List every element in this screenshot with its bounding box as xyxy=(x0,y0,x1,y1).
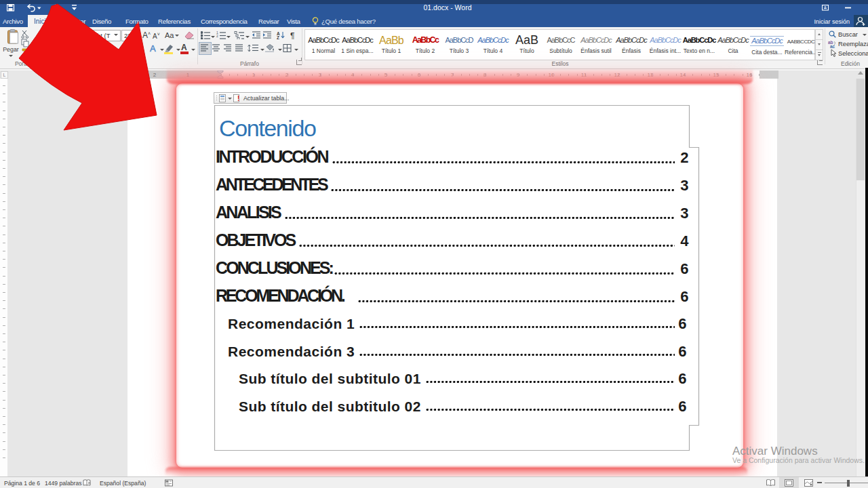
svg-text:¶: ¶ xyxy=(290,31,294,39)
svg-text:!: ! xyxy=(237,95,239,102)
svg-text:2: 2 xyxy=(216,34,218,38)
svg-text:Z: Z xyxy=(277,35,279,39)
